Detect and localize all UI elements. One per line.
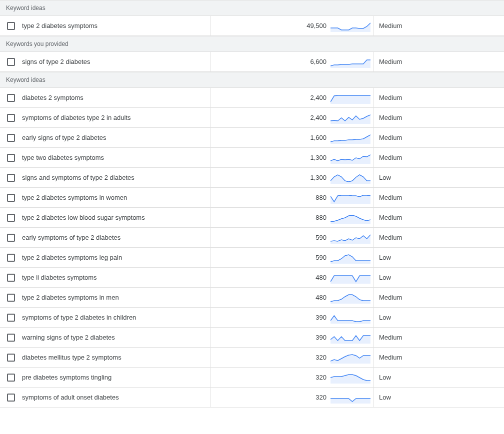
competition-text: Medium bbox=[374, 214, 504, 221]
keyword-text: type 2 diabetes symptoms in women bbox=[22, 188, 211, 207]
volume-cell: 6,600 bbox=[211, 52, 374, 71]
keyword-row[interactable]: signs of type 2 diabetes6,600 Medium bbox=[0, 52, 504, 72]
competition-text: Medium bbox=[374, 58, 504, 65]
volume-number: 1,300 bbox=[296, 174, 326, 181]
row-checkbox[interactable] bbox=[7, 294, 15, 302]
competition-text: Medium bbox=[374, 114, 504, 121]
keyword-row[interactable]: type 2 diabetes symptoms leg pain590 Low bbox=[0, 248, 504, 268]
row-checkbox[interactable] bbox=[7, 154, 15, 162]
keyword-row[interactable]: symptoms of adult onset diabetes320 Low bbox=[0, 388, 504, 408]
keyword-row[interactable]: diabetes 2 symptoms2,400 Medium bbox=[0, 88, 504, 108]
volume-cell: 1,300 bbox=[211, 148, 374, 167]
keyword-row[interactable]: type 2 diabetes symptoms in men480 Mediu… bbox=[0, 288, 504, 308]
volume-number: 320 bbox=[296, 394, 326, 401]
volume-number: 49,500 bbox=[296, 22, 326, 29]
volume-cell: 1,600 bbox=[211, 128, 374, 147]
row-checkbox-cell bbox=[0, 194, 22, 202]
keyword-row[interactable]: type 2 diabetes low blood sugar symptoms… bbox=[0, 208, 504, 228]
volume-cell: 320 bbox=[211, 368, 374, 387]
row-checkbox-cell bbox=[0, 334, 22, 342]
volume-cell: 2,400 bbox=[211, 108, 374, 127]
volume-cell: 390 bbox=[211, 328, 374, 347]
competition-text: Low bbox=[374, 174, 504, 181]
trend-sparkline-icon bbox=[330, 212, 370, 224]
row-checkbox-cell bbox=[0, 58, 22, 66]
keyword-row[interactable]: symptoms of type 2 diabetes in children3… bbox=[0, 308, 504, 328]
keyword-row[interactable]: diabetes mellitus type 2 symptoms320 Med… bbox=[0, 348, 504, 368]
row-checkbox[interactable] bbox=[7, 394, 15, 402]
row-checkbox[interactable] bbox=[7, 58, 15, 66]
trend-sparkline-icon bbox=[330, 20, 370, 32]
volume-number: 880 bbox=[296, 214, 326, 221]
row-checkbox[interactable] bbox=[7, 274, 15, 282]
competition-text: Medium bbox=[374, 234, 504, 241]
keyword-row[interactable]: type 2 diabetes symptoms49,500 Medium bbox=[0, 16, 504, 36]
volume-cell: 480 bbox=[211, 268, 374, 287]
volume-number: 1,300 bbox=[296, 154, 326, 161]
keyword-row[interactable]: type two diabetes symptoms1,300 Medium bbox=[0, 148, 504, 168]
row-checkbox-cell bbox=[0, 94, 22, 102]
row-checkbox[interactable] bbox=[7, 254, 15, 262]
trend-sparkline-icon bbox=[330, 272, 370, 284]
volume-number: 480 bbox=[296, 294, 326, 301]
row-checkbox[interactable] bbox=[7, 374, 15, 382]
keyword-row[interactable]: signs and symptoms of type 2 diabetes1,3… bbox=[0, 168, 504, 188]
row-checkbox[interactable] bbox=[7, 22, 15, 30]
volume-cell: 390 bbox=[211, 308, 374, 327]
volume-number: 590 bbox=[296, 254, 326, 261]
row-checkbox-cell bbox=[0, 114, 22, 122]
competition-text: Low bbox=[374, 274, 504, 281]
row-checkbox[interactable] bbox=[7, 334, 15, 342]
keyword-row[interactable]: type ii diabetes symptoms480 Low bbox=[0, 268, 504, 288]
competition-text: Medium bbox=[374, 334, 504, 341]
row-checkbox[interactable] bbox=[7, 134, 15, 142]
row-checkbox[interactable] bbox=[7, 314, 15, 322]
keyword-text: warning signs of type 2 diabetes bbox=[22, 328, 211, 347]
keyword-row[interactable]: pre diabetes symptoms tingling320 Low bbox=[0, 368, 504, 388]
keyword-row[interactable]: warning signs of type 2 diabetes390 Medi… bbox=[0, 328, 504, 348]
volume-cell: 880 bbox=[211, 208, 374, 227]
keyword-text: pre diabetes symptoms tingling bbox=[22, 368, 211, 387]
trend-sparkline-icon bbox=[330, 292, 370, 304]
row-checkbox[interactable] bbox=[7, 94, 15, 102]
keyword-text: diabetes mellitus type 2 symptoms bbox=[22, 348, 211, 367]
keyword-row[interactable]: type 2 diabetes symptoms in women880 Med… bbox=[0, 188, 504, 208]
competition-text: Medium bbox=[374, 22, 504, 29]
row-checkbox-cell bbox=[0, 394, 22, 402]
row-checkbox-cell bbox=[0, 174, 22, 182]
keyword-text: type 2 diabetes symptoms in men bbox=[22, 288, 211, 307]
volume-number: 1,600 bbox=[296, 134, 326, 141]
volume-number: 320 bbox=[296, 374, 326, 381]
row-checkbox-cell bbox=[0, 234, 22, 242]
volume-number: 2,400 bbox=[296, 94, 326, 101]
section-header: Keywords you provided bbox=[0, 36, 504, 52]
trend-sparkline-icon bbox=[330, 352, 370, 364]
row-checkbox-cell bbox=[0, 274, 22, 282]
trend-sparkline-icon bbox=[330, 56, 370, 68]
volume-number: 6,600 bbox=[296, 58, 326, 65]
competition-text: Medium bbox=[374, 134, 504, 141]
keyword-text: diabetes 2 symptoms bbox=[22, 88, 211, 107]
row-checkbox[interactable] bbox=[7, 214, 15, 222]
volume-cell: 2,400 bbox=[211, 88, 374, 107]
keyword-row[interactable]: early signs of type 2 diabetes1,600 Medi… bbox=[0, 128, 504, 148]
trend-sparkline-icon bbox=[330, 92, 370, 104]
competition-text: Low bbox=[374, 314, 504, 321]
row-checkbox[interactable] bbox=[7, 114, 15, 122]
volume-cell: 590 bbox=[211, 228, 374, 247]
row-checkbox[interactable] bbox=[7, 354, 15, 362]
volume-cell: 590 bbox=[211, 248, 374, 267]
keyword-row[interactable]: early symptoms of type 2 diabetes590 Med… bbox=[0, 228, 504, 248]
row-checkbox-cell bbox=[0, 294, 22, 302]
row-checkbox[interactable] bbox=[7, 174, 15, 182]
trend-sparkline-icon bbox=[330, 232, 370, 244]
keyword-text: type ii diabetes symptoms bbox=[22, 268, 211, 287]
row-checkbox[interactable] bbox=[7, 234, 15, 242]
section-header: Keyword ideas bbox=[0, 72, 504, 88]
keyword-row[interactable]: symptoms of diabetes type 2 in adults2,4… bbox=[0, 108, 504, 128]
trend-sparkline-icon bbox=[330, 252, 370, 264]
row-checkbox[interactable] bbox=[7, 194, 15, 202]
volume-cell: 320 bbox=[211, 388, 374, 407]
volume-cell: 49,500 bbox=[211, 16, 374, 35]
keyword-text: symptoms of adult onset diabetes bbox=[22, 388, 211, 407]
